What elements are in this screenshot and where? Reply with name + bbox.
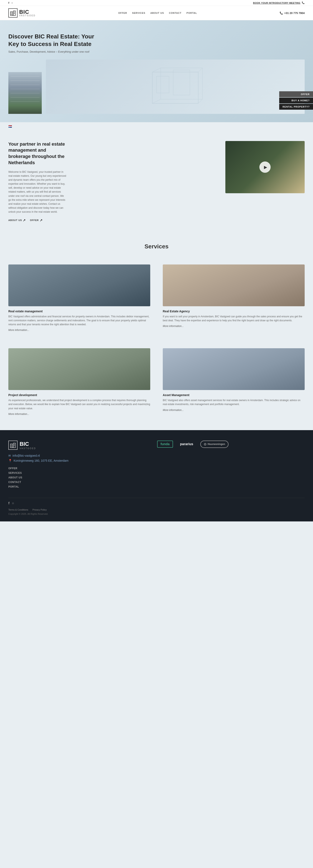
footer-nav-contact[interactable]: CONTACT [8, 480, 68, 484]
footer-logo: BIC VASTGOED [8, 441, 68, 450]
nav-services[interactable]: SERVICES [132, 12, 145, 14]
footer-nav-about[interactable]: ABOUT US [8, 476, 68, 479]
services-grid: Real estate management BIC Vastgoed offe… [8, 260, 305, 420]
service-img-agency [163, 265, 305, 306]
logo-icon [8, 8, 18, 18]
nav-offer[interactable]: OFFER [118, 12, 127, 14]
svg-rect-18 [10, 444, 12, 448]
footer-instagram-icon[interactable]: ○ [12, 501, 14, 505]
top-bar: f ○ BOOK YOUR INTRODUCTORY MEETING 📞 [0, 0, 313, 6]
service-name-asset: Asset Management [163, 393, 305, 397]
partner-text: Welcome to BIC Vastgoed, your trusted pa… [8, 170, 67, 214]
footer-address[interactable]: Koninginneweg 160, 1075 EE, Amsterdam [8, 459, 68, 462]
svg-line-14 [198, 99, 202, 103]
hero-subtitle: Sales, Purchase, Development, Advice – E… [8, 50, 96, 53]
footer-legal: Terms & Conditions Privacy Policy [8, 508, 305, 511]
offer-link[interactable]: OFFER ↗ [30, 218, 42, 222]
service-name-dev: Project development [8, 393, 150, 397]
svg-line-10 [152, 68, 161, 72]
instagram-icon[interactable]: ○ [11, 1, 13, 4]
address-text: Koninginneweg 160, 1075 EE, Amsterdam [13, 459, 68, 462]
pararius-badge[interactable]: pararius [177, 441, 196, 447]
svg-line-11 [198, 68, 202, 72]
svg-rect-7 [152, 72, 198, 103]
svg-rect-5 [14, 12, 14, 12]
service-desc-asset: BIC Vastgoed also offers asset managemen… [163, 398, 305, 406]
footer-nav-offer[interactable]: OFFER [8, 466, 68, 470]
footer-logo-icon [8, 441, 18, 450]
nav-about[interactable]: ABOUT US [150, 12, 164, 14]
partner-right [225, 141, 305, 193]
services-section: Services Real estate management BIC Vast… [0, 233, 313, 430]
building-wireframe-svg [144, 66, 207, 107]
logo-vastgoed: VASTGOED [19, 14, 36, 17]
hero-buttons: OFFER BUY A HOME? RENTAL PROPERTY? [279, 91, 313, 110]
svg-rect-6 [14, 13, 14, 14]
nav-portal[interactable]: PORTAL [186, 12, 197, 14]
footer-nav-services[interactable]: SERVICES [8, 471, 68, 474]
main-nav: OFFER SERVICES ABOUT US CONTACT PORTAL [118, 12, 197, 14]
email-text: info@bic-vastgoed.nl [12, 454, 40, 457]
service-desc-agency: If you want to sell your property in Ams… [163, 315, 305, 322]
service-card-asset: Asset Management BIC Vastgoed also offer… [163, 344, 305, 420]
logo-svg [10, 10, 16, 16]
huurwoningen-icon: ⊙ [204, 442, 206, 446]
svg-rect-24 [14, 445, 14, 446]
footer: BIC VASTGOED info@bic-vastgoed.nl Koning… [0, 430, 313, 521]
hero-building-photo [8, 72, 42, 114]
rental-property-button[interactable]: RENTAL PROPERTY? [279, 104, 313, 110]
svg-rect-22 [11, 446, 12, 447]
book-meeting-link[interactable]: BOOK YOUR INTRODUCTORY MEETING [253, 2, 301, 4]
service-desc-mgmt: BIC Vastgoed offers administrative and f… [8, 315, 150, 327]
offer-button[interactable]: OFFER [279, 91, 313, 97]
hero-content: Discover BIC Real Estate: Your Key to Su… [8, 33, 96, 53]
location-icon [8, 459, 12, 462]
hero-images [8, 60, 305, 114]
terms-link[interactable]: Terms & Conditions [8, 508, 28, 511]
service-card-agency: Real Estate Agency If you want to sell y… [163, 260, 305, 336]
service-link-asset[interactable]: More information... [163, 409, 184, 411]
footer-nav: OFFER SERVICES ABOUT US CONTACT PORTAL [8, 466, 68, 488]
nav-contact[interactable]: CONTACT [169, 12, 181, 14]
footer-top: BIC VASTGOED info@bic-vastgoed.nl Koning… [8, 441, 305, 490]
about-us-link[interactable]: ABOUT US ↗ [8, 218, 26, 222]
service-card-dev: Project development As experienced profe… [8, 344, 150, 420]
huurwoningen-label: Huurwoningen [208, 443, 225, 445]
play-button[interactable] [259, 161, 271, 173]
partner-left: Your partner in real estate management a… [8, 141, 213, 222]
top-cta: BOOK YOUR INTRODUCTORY MEETING 📞 [253, 1, 305, 4]
footer-partners: funda pararius ⊙ Huurwoningen [81, 441, 305, 448]
service-link-mgmt[interactable]: More information... [8, 329, 29, 332]
footer-facebook-icon[interactable]: f [8, 501, 9, 505]
dutch-flag[interactable]: 🇳🇱 [8, 125, 12, 128]
svg-line-13 [152, 99, 161, 103]
huurwoningen-badge[interactable]: ⊙ Huurwoningen [200, 441, 229, 448]
buy-home-button[interactable]: BUY A HOME? [279, 98, 313, 103]
footer-logo-svg [10, 442, 16, 448]
partner-links: ABOUT US ↗ OFFER ↗ [8, 218, 213, 222]
footer-nav-list: OFFER SERVICES ABOUT US CONTACT PORTAL [8, 466, 68, 488]
facebook-icon[interactable]: f [8, 1, 9, 4]
social-links: f ○ [8, 1, 13, 4]
footer-copyright: Copyright © 2025. All Rights Reserved. [8, 513, 305, 515]
logo-text: BIC VASTGOED [19, 9, 36, 17]
footer-email[interactable]: info@bic-vastgoed.nl [8, 454, 68, 457]
service-link-agency[interactable]: More information... [163, 324, 184, 328]
hero-title: Discover BIC Real Estate: Your Key to Su… [8, 33, 96, 48]
logo-bic: BIC [19, 9, 36, 14]
hero-wireframe-image [46, 60, 305, 114]
service-img-mgmt [8, 265, 150, 306]
logo[interactable]: BIC VASTGOED [8, 8, 36, 18]
svg-rect-9 [173, 70, 190, 95]
phone-number: +31 20 775 7904 [284, 11, 305, 14]
video-thumbnail[interactable] [225, 141, 305, 193]
header: BIC VASTGOED OFFER SERVICES ABOUT US CON… [0, 6, 313, 20]
footer-nav-portal[interactable]: PORTAL [8, 485, 68, 488]
service-card-mgmt: Real estate management BIC Vastgoed offe… [8, 260, 150, 336]
service-img-dev [8, 348, 150, 390]
privacy-link[interactable]: Privacy Policy [32, 508, 46, 511]
header-phone: 📞 +31 20 775 7904 [280, 11, 305, 14]
service-link-dev[interactable]: More information... [8, 412, 29, 415]
funda-badge[interactable]: funda [157, 441, 173, 448]
footer-brand: BIC VASTGOED info@bic-vastgoed.nl Koning… [8, 441, 68, 490]
